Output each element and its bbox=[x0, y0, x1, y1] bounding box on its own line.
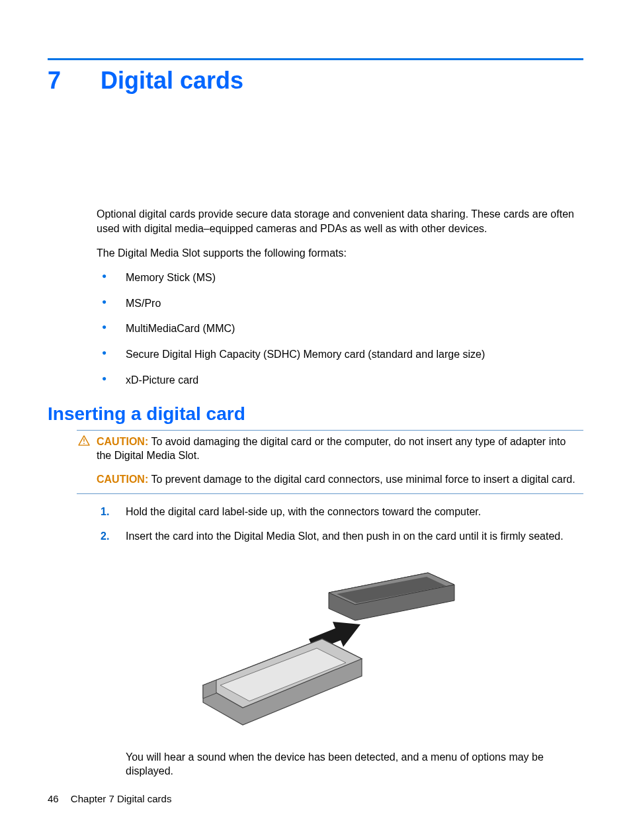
caution-label: CAUTION: bbox=[97, 436, 148, 447]
page-number: 46 bbox=[48, 793, 59, 804]
digital-card-illustration bbox=[170, 560, 461, 732]
caution-entry: CAUTION: To prevent damage to the digita… bbox=[97, 472, 583, 487]
svg-point-1 bbox=[83, 442, 85, 444]
step-item: 2. Insert the card into the Digital Medi… bbox=[97, 529, 583, 544]
formats-list: Memory Stick (MS) MS/Pro MultiMediaCard … bbox=[97, 271, 583, 388]
steps-list: 1. Hold the digital card label-side up, … bbox=[97, 505, 583, 544]
chapter-rule bbox=[48, 58, 583, 60]
footer-text: Chapter 7 Digital cards bbox=[71, 793, 172, 804]
step-text: Hold the digital card label-side up, wit… bbox=[126, 506, 481, 517]
section-title: Inserting a digital card bbox=[48, 403, 583, 425]
chapter-title: 7 Digital cards bbox=[48, 67, 583, 95]
step-text: Insert the card into the Digital Media S… bbox=[126, 530, 564, 542]
intro-paragraph-2: The Digital Media Slot supports the foll… bbox=[97, 246, 583, 261]
list-item: xD-Picture card bbox=[97, 374, 583, 388]
after-figure-text: You will hear a sound when the device ha… bbox=[126, 750, 583, 778]
caution-icon bbox=[78, 435, 90, 446]
step-item: 1. Hold the digital card label-side up, … bbox=[97, 505, 583, 519]
list-item: MS/Pro bbox=[97, 297, 583, 311]
caution-box: CAUTION: To avoid damaging the digital c… bbox=[77, 430, 583, 494]
chapter-number: 7 bbox=[48, 67, 94, 95]
caution-text: To avoid damaging the digital card or th… bbox=[97, 436, 566, 462]
caution-entry: CAUTION: To avoid damaging the digital c… bbox=[97, 435, 583, 463]
chapter-title-text: Digital cards bbox=[101, 67, 243, 94]
list-item: MultiMediaCard (MMC) bbox=[97, 322, 583, 336]
intro-paragraph-1: Optional digital cards provide secure da… bbox=[97, 207, 583, 235]
step-number: 1. bbox=[101, 505, 109, 519]
caution-text: To prevent damage to the digital card co… bbox=[151, 474, 575, 485]
list-item: Secure Digital High Capacity (SDHC) Memo… bbox=[97, 348, 583, 362]
page-footer: 46 Chapter 7 Digital cards bbox=[48, 793, 171, 804]
caution-label: CAUTION: bbox=[97, 474, 148, 485]
list-item: Memory Stick (MS) bbox=[97, 271, 583, 285]
step-number: 2. bbox=[101, 529, 109, 544]
insert-card-figure bbox=[48, 560, 583, 734]
